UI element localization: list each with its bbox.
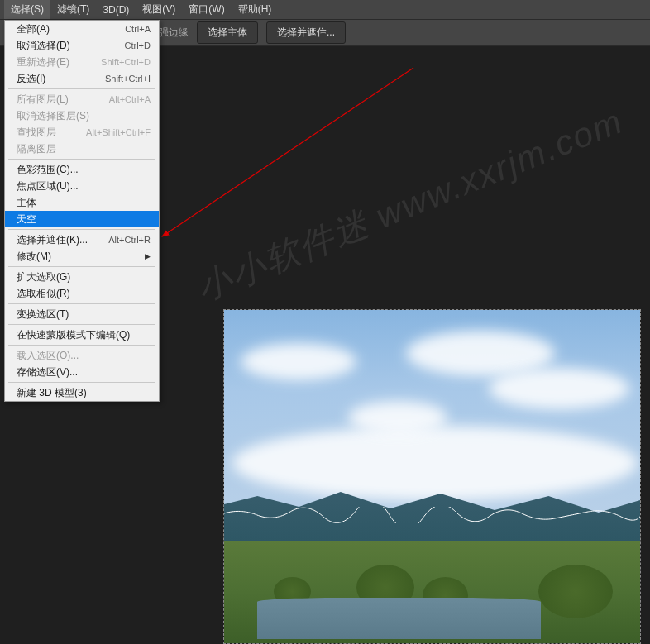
menu-item-label: 修改(M) (17, 250, 51, 264)
menu-item[interactable]: 主体 (5, 194, 159, 211)
menu-item-label: 新建 3D 模型(3) (17, 386, 87, 400)
menu-shortcut: Ctrl+A (125, 24, 151, 34)
menu-item-label: 重新选择(E) (17, 55, 69, 69)
menu-item-label: 隔离图层 (17, 142, 56, 156)
menu-separator (8, 324, 155, 325)
select-dropdown-menu: 全部(A)Ctrl+A取消选择(D)Ctrl+D重新选择(E)Shift+Ctr… (4, 20, 160, 402)
menu-item: 重新选择(E)Shift+Ctrl+D (5, 54, 159, 70)
menu-separator (8, 303, 155, 304)
menu-item[interactable]: 焦点区域(U)... (5, 178, 159, 194)
menu-item-label: 主体 (17, 196, 36, 210)
menu-item-label: 全部(A) (17, 22, 50, 36)
menu-item[interactable]: 存储选区(V)... (5, 364, 159, 380)
menu-item[interactable]: 新建 3D 模型(3) (5, 384, 159, 401)
menu-item[interactable]: 修改(M)▶ (5, 248, 159, 265)
menu-separator (8, 266, 155, 267)
menu-item[interactable]: 选择并遮住(K)...Alt+Ctrl+R (5, 231, 159, 248)
select-subject-button[interactable]: 选择主体 (197, 21, 258, 44)
menu-item[interactable]: 在快速蒙版模式下编辑(Q) (5, 327, 159, 343)
menu-separator (8, 159, 155, 160)
menu-item-label: 焦点区域(U)... (17, 179, 79, 193)
menu-item[interactable]: 反选(I)Shift+Ctrl+I (5, 70, 159, 87)
menu-item-label: 扩大选取(G) (17, 270, 70, 284)
menu-item-label: 选取相似(R) (17, 287, 70, 301)
menu-item: 查找图层Alt+Shift+Ctrl+F (5, 124, 159, 141)
menu-item: 载入选区(O)... (5, 347, 159, 364)
menu-3d[interactable]: 3D(D) (96, 2, 136, 18)
menu-item[interactable]: 选取相似(R) (5, 285, 159, 302)
menu-item[interactable]: 天空 (5, 211, 159, 227)
menu-filter[interactable]: 滤镜(T) (50, 0, 96, 19)
menu-item-label: 变换选区(T) (17, 308, 69, 322)
menu-shortcut: Shift+Ctrl+I (105, 74, 151, 83)
menu-item-label: 反选(I) (17, 72, 45, 86)
menu-help[interactable]: 帮助(H) (232, 0, 279, 19)
menu-item: 隔离图层 (5, 141, 159, 157)
menu-shortcut: Ctrl+D (125, 41, 151, 50)
menu-item[interactable]: 扩大选取(G) (5, 269, 159, 285)
selection-marquee (224, 507, 641, 523)
menu-select[interactable]: 选择(S) (4, 0, 50, 19)
menu-item-label: 在快速蒙版模式下编辑(Q) (17, 328, 130, 342)
menu-item[interactable]: 全部(A)Ctrl+A (5, 21, 159, 37)
water-region (257, 598, 541, 639)
menu-item[interactable]: 色彩范围(C)... (5, 161, 159, 178)
menu-view[interactable]: 视图(V) (136, 0, 182, 19)
menu-item[interactable]: 变换选区(T) (5, 306, 159, 322)
chevron-right-icon: ▶ (145, 252, 151, 260)
menu-separator (8, 345, 155, 346)
toolbar-label: 强边缘 (159, 26, 189, 40)
menu-shortcut: Alt+Ctrl+A (109, 94, 151, 104)
menu-item-label: 取消选择图层(S) (17, 109, 89, 123)
menu-item: 所有图层(L)Alt+Ctrl+A (5, 91, 159, 107)
ground-region (224, 541, 640, 643)
menu-item-label: 色彩范围(C)... (17, 163, 79, 177)
select-and-mask-button[interactable]: 选择并遮住... (266, 21, 346, 44)
menu-item-label: 所有图层(L) (17, 93, 69, 107)
sky-region (224, 310, 640, 515)
menu-item-label: 载入选区(O)... (17, 349, 79, 363)
menu-separator (8, 382, 155, 383)
document-image[interactable] (223, 309, 641, 644)
menu-item-label: 取消选择(D) (17, 39, 70, 53)
menu-item-label: 天空 (17, 212, 36, 227)
menu-item-label: 查找图层 (17, 126, 56, 140)
menu-item[interactable]: 取消选择(D)Ctrl+D (5, 37, 159, 54)
menu-shortcut: Alt+Ctrl+R (108, 235, 151, 245)
menu-item: 取消选择图层(S) (5, 107, 159, 124)
menu-item-label: 存储选区(V)... (17, 365, 78, 379)
menu-item-label: 选择并遮住(K)... (17, 233, 88, 247)
menubar: 选择(S) 滤镜(T) 3D(D) 视图(V) 窗口(W) 帮助(H) (0, 0, 650, 20)
menu-separator (8, 88, 155, 89)
menu-shortcut: Alt+Shift+Ctrl+F (86, 127, 151, 137)
menu-separator (8, 229, 155, 230)
menu-window[interactable]: 窗口(W) (182, 0, 231, 19)
menu-shortcut: Shift+Ctrl+D (101, 57, 151, 67)
